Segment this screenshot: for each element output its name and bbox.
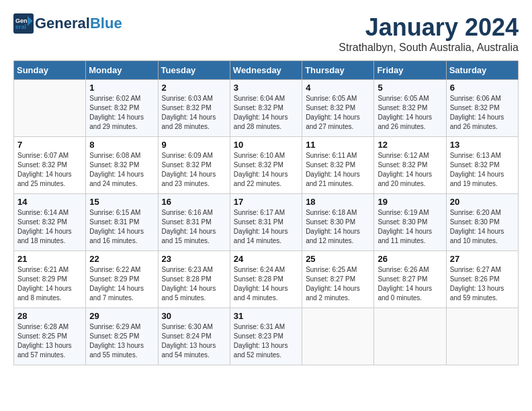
day-number: 16 [162, 197, 226, 207]
calendar-cell: 4Sunrise: 6:05 AM Sunset: 8:32 PM Daylig… [302, 80, 374, 137]
calendar-cell [446, 308, 518, 365]
day-info: Sunrise: 6:11 AM Sunset: 8:32 PM Dayligh… [306, 151, 370, 189]
day-number: 2 [162, 83, 226, 93]
day-info: Sunrise: 6:03 AM Sunset: 8:32 PM Dayligh… [162, 94, 226, 132]
calendar-cell: 27Sunrise: 6:27 AM Sunset: 8:26 PM Dayli… [446, 251, 518, 308]
day-info: Sunrise: 6:25 AM Sunset: 8:27 PM Dayligh… [306, 265, 370, 303]
calendar-cell: 28Sunrise: 6:28 AM Sunset: 8:25 PM Dayli… [14, 308, 86, 365]
day-info: Sunrise: 6:24 AM Sunset: 8:28 PM Dayligh… [234, 265, 298, 303]
weekday-header-cell: Wednesday [230, 61, 302, 80]
weekday-header-row: SundayMondayTuesdayWednesdayThursdayFrid… [14, 61, 519, 80]
day-info: Sunrise: 6:12 AM Sunset: 8:32 PM Dayligh… [378, 151, 442, 189]
day-info: Sunrise: 6:27 AM Sunset: 8:26 PM Dayligh… [450, 265, 515, 303]
calendar-cell: 12Sunrise: 6:12 AM Sunset: 8:32 PM Dayli… [374, 137, 446, 194]
day-info: Sunrise: 6:19 AM Sunset: 8:30 PM Dayligh… [378, 208, 442, 246]
day-number: 3 [234, 83, 298, 93]
calendar-cell: 9Sunrise: 6:09 AM Sunset: 8:32 PM Daylig… [158, 137, 230, 194]
weekday-header-cell: Sunday [14, 61, 86, 80]
day-number: 15 [89, 197, 154, 207]
calendar-cell [374, 308, 446, 365]
day-number: 31 [234, 311, 298, 321]
day-info: Sunrise: 6:15 AM Sunset: 8:31 PM Dayligh… [89, 208, 154, 246]
day-info: Sunrise: 6:06 AM Sunset: 8:32 PM Dayligh… [450, 94, 515, 132]
calendar-cell: 20Sunrise: 6:20 AM Sunset: 8:30 PM Dayli… [446, 194, 518, 251]
day-info: Sunrise: 6:30 AM Sunset: 8:24 PM Dayligh… [162, 322, 226, 360]
day-info: Sunrise: 6:05 AM Sunset: 8:32 PM Dayligh… [378, 94, 442, 132]
calendar-cell: 24Sunrise: 6:24 AM Sunset: 8:28 PM Dayli… [230, 251, 302, 308]
calendar-cell: 3Sunrise: 6:04 AM Sunset: 8:32 PM Daylig… [230, 80, 302, 137]
calendar-cell: 19Sunrise: 6:19 AM Sunset: 8:30 PM Dayli… [374, 194, 446, 251]
calendar-cell: 8Sunrise: 6:08 AM Sunset: 8:32 PM Daylig… [86, 137, 158, 194]
calendar-week-row: 1Sunrise: 6:02 AM Sunset: 8:32 PM Daylig… [14, 80, 519, 137]
calendar-cell: 13Sunrise: 6:13 AM Sunset: 8:32 PM Dayli… [446, 137, 518, 194]
calendar-cell: 18Sunrise: 6:18 AM Sunset: 8:30 PM Dayli… [302, 194, 374, 251]
calendar-cell: 29Sunrise: 6:29 AM Sunset: 8:25 PM Dayli… [86, 308, 158, 365]
day-number: 22 [89, 254, 154, 264]
calendar-cell: 15Sunrise: 6:15 AM Sunset: 8:31 PM Dayli… [86, 194, 158, 251]
day-info: Sunrise: 6:23 AM Sunset: 8:28 PM Dayligh… [162, 265, 226, 303]
day-info: Sunrise: 6:07 AM Sunset: 8:32 PM Dayligh… [17, 151, 82, 189]
calendar-cell: 2Sunrise: 6:03 AM Sunset: 8:32 PM Daylig… [158, 80, 230, 137]
calendar-body: 1Sunrise: 6:02 AM Sunset: 8:32 PM Daylig… [14, 80, 519, 365]
weekday-header-cell: Tuesday [158, 61, 230, 80]
day-info: Sunrise: 6:16 AM Sunset: 8:31 PM Dayligh… [162, 208, 226, 246]
day-number: 11 [306, 140, 370, 150]
calendar-cell: 21Sunrise: 6:21 AM Sunset: 8:29 PM Dayli… [14, 251, 86, 308]
calendar-week-row: 14Sunrise: 6:14 AM Sunset: 8:32 PM Dayli… [14, 194, 519, 251]
day-number: 19 [378, 197, 442, 207]
day-number: 12 [378, 140, 442, 150]
day-number: 21 [17, 254, 82, 264]
day-info: Sunrise: 6:08 AM Sunset: 8:32 PM Dayligh… [89, 151, 154, 189]
day-number: 17 [234, 197, 298, 207]
day-number: 29 [89, 311, 154, 321]
day-number: 8 [89, 140, 154, 150]
day-number: 4 [306, 83, 370, 93]
calendar-cell: 25Sunrise: 6:25 AM Sunset: 8:27 PM Dayli… [302, 251, 374, 308]
day-info: Sunrise: 6:10 AM Sunset: 8:32 PM Dayligh… [234, 151, 298, 189]
day-info: Sunrise: 6:28 AM Sunset: 8:25 PM Dayligh… [17, 322, 82, 360]
svg-text:eral: eral [15, 24, 26, 30]
weekday-header-cell: Thursday [302, 61, 374, 80]
day-info: Sunrise: 6:09 AM Sunset: 8:32 PM Dayligh… [162, 151, 226, 189]
calendar-cell: 23Sunrise: 6:23 AM Sunset: 8:28 PM Dayli… [158, 251, 230, 308]
header: Gen eral GeneralBlue January 2024 Strath… [13, 13, 519, 54]
calendar-cell: 1Sunrise: 6:02 AM Sunset: 8:32 PM Daylig… [86, 80, 158, 137]
calendar-cell: 26Sunrise: 6:26 AM Sunset: 8:27 PM Dayli… [374, 251, 446, 308]
day-info: Sunrise: 6:22 AM Sunset: 8:29 PM Dayligh… [89, 265, 154, 303]
calendar-cell: 10Sunrise: 6:10 AM Sunset: 8:32 PM Dayli… [230, 137, 302, 194]
calendar-cell: 6Sunrise: 6:06 AM Sunset: 8:32 PM Daylig… [446, 80, 518, 137]
day-number: 27 [450, 254, 515, 264]
day-number: 18 [306, 197, 370, 207]
day-number: 9 [162, 140, 226, 150]
calendar-cell: 17Sunrise: 6:17 AM Sunset: 8:31 PM Dayli… [230, 194, 302, 251]
location-subtitle: Strathalbyn, South Australia, Australia [339, 42, 519, 54]
month-title: January 2024 [339, 13, 519, 42]
day-number: 26 [378, 254, 442, 264]
day-number: 13 [450, 140, 515, 150]
day-number: 20 [450, 197, 515, 207]
logo-icon: Gen eral [13, 13, 34, 34]
calendar-cell: 31Sunrise: 6:31 AM Sunset: 8:23 PM Dayli… [230, 308, 302, 365]
day-info: Sunrise: 6:14 AM Sunset: 8:32 PM Dayligh… [17, 208, 82, 246]
calendar-cell: 7Sunrise: 6:07 AM Sunset: 8:32 PM Daylig… [14, 137, 86, 194]
calendar-cell: 16Sunrise: 6:16 AM Sunset: 8:31 PM Dayli… [158, 194, 230, 251]
day-info: Sunrise: 6:26 AM Sunset: 8:27 PM Dayligh… [378, 265, 442, 303]
day-info: Sunrise: 6:29 AM Sunset: 8:25 PM Dayligh… [89, 322, 154, 360]
day-info: Sunrise: 6:31 AM Sunset: 8:23 PM Dayligh… [234, 322, 298, 360]
calendar-cell: 5Sunrise: 6:05 AM Sunset: 8:32 PM Daylig… [374, 80, 446, 137]
day-number: 1 [89, 83, 154, 93]
day-number: 7 [17, 140, 82, 150]
calendar-cell: 14Sunrise: 6:14 AM Sunset: 8:32 PM Dayli… [14, 194, 86, 251]
day-number: 25 [306, 254, 370, 264]
day-info: Sunrise: 6:04 AM Sunset: 8:32 PM Dayligh… [234, 94, 298, 132]
calendar-week-row: 21Sunrise: 6:21 AM Sunset: 8:29 PM Dayli… [14, 251, 519, 308]
calendar-cell [302, 308, 374, 365]
day-number: 10 [234, 140, 298, 150]
day-number: 30 [162, 311, 226, 321]
calendar-week-row: 7Sunrise: 6:07 AM Sunset: 8:32 PM Daylig… [14, 137, 519, 194]
day-number: 14 [17, 197, 82, 207]
day-number: 23 [162, 254, 226, 264]
calendar-cell [14, 80, 86, 137]
weekday-header-cell: Monday [86, 61, 158, 80]
day-info: Sunrise: 6:21 AM Sunset: 8:29 PM Dayligh… [17, 265, 82, 303]
